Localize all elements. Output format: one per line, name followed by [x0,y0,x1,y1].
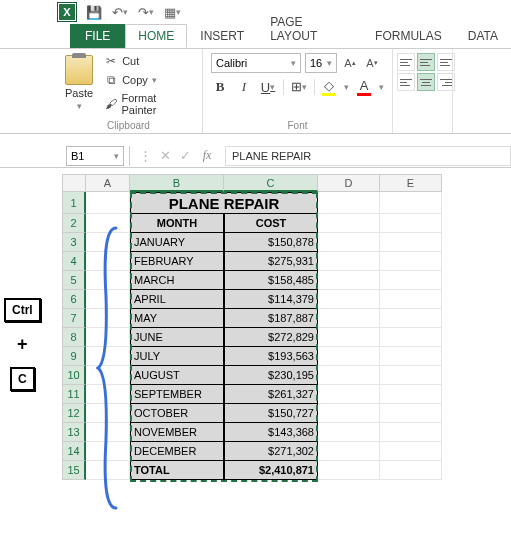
cell-total-value[interactable]: $2,410,871 [224,461,318,480]
row-header[interactable]: 1 [62,192,86,214]
col-header-a[interactable]: A [86,174,130,192]
row-header[interactable]: 5 [62,271,86,290]
cell[interactable] [318,404,380,423]
cell-month[interactable]: DECEMBER [130,442,224,461]
cell[interactable] [318,290,380,309]
cell[interactable] [318,347,380,366]
cell[interactable] [318,385,380,404]
save-icon[interactable]: 💾 [85,3,103,21]
tab-data[interactable]: DATA [455,24,511,48]
cell[interactable] [380,192,442,214]
cell-cost[interactable]: $143,368 [224,423,318,442]
cell[interactable] [318,214,380,233]
formula-dots-icon[interactable]: ⋮ [135,146,155,166]
cell[interactable] [380,385,442,404]
format-painter-button[interactable]: 🖌Format Painter [101,91,194,117]
row-header[interactable]: 8 [62,328,86,347]
paste-button[interactable]: Paste ▾ [63,53,95,117]
header-cost[interactable]: COST [224,214,318,233]
cancel-formula-button[interactable]: ✕ [155,146,175,166]
cell[interactable] [380,461,442,480]
cell-total-label[interactable]: TOTAL [130,461,224,480]
cell[interactable] [318,328,380,347]
cell-cost[interactable]: $150,878 [224,233,318,252]
col-header-b[interactable]: B [130,174,224,192]
row-header[interactable]: 4 [62,252,86,271]
cell-month[interactable]: MARCH [130,271,224,290]
cell[interactable] [318,192,380,214]
cell[interactable] [318,252,380,271]
cell[interactable] [380,328,442,347]
bold-button[interactable]: B [211,77,229,97]
row-header[interactable]: 9 [62,347,86,366]
redo-icon[interactable]: ↷ ▾ [137,3,155,21]
cell-cost[interactable]: $275,931 [224,252,318,271]
cell[interactable] [318,233,380,252]
cell[interactable] [380,423,442,442]
enter-formula-button[interactable]: ✓ [175,146,195,166]
cell[interactable] [380,442,442,461]
tab-formulas[interactable]: FORMULAS [362,24,455,48]
undo-icon[interactable]: ↶ ▾ [111,3,129,21]
copy-button[interactable]: ⧉Copy ▾ [101,72,194,88]
cell-cost[interactable]: $271,302 [224,442,318,461]
tab-insert[interactable]: INSERT [187,24,257,48]
align-top-button[interactable] [397,53,415,71]
col-header-c[interactable]: C [224,174,318,192]
font-size-dropdown[interactable]: 16▾ [305,53,337,73]
cell-month[interactable]: JULY [130,347,224,366]
align-center-button[interactable] [417,73,435,91]
cell[interactable] [318,423,380,442]
cell[interactable] [380,271,442,290]
row-header[interactable]: 7 [62,309,86,328]
align-middle-button[interactable] [417,53,435,71]
tab-file[interactable]: FILE [70,24,125,48]
cut-button[interactable]: ✂Cut [101,53,194,69]
row-header[interactable]: 12 [62,404,86,423]
row-header[interactable]: 13 [62,423,86,442]
row-header[interactable]: 2 [62,214,86,233]
tab-home[interactable]: HOME [125,24,187,48]
cell-cost[interactable]: $261,327 [224,385,318,404]
cell[interactable] [380,404,442,423]
increase-font-button[interactable]: A▴ [341,54,359,72]
font-name-dropdown[interactable]: Calibri▾ [211,53,301,73]
align-right-button[interactable] [437,73,455,91]
cell[interactable] [380,214,442,233]
align-bottom-button[interactable] [437,53,455,71]
borders-button[interactable]: ⊞ ▾ [290,77,308,97]
cell[interactable] [380,366,442,385]
cell-month[interactable]: FEBRUARY [130,252,224,271]
cell[interactable] [318,461,380,480]
row-header[interactable]: 15 [62,461,86,480]
col-header-e[interactable]: E [380,174,442,192]
cell-month[interactable]: JANUARY [130,233,224,252]
cell-cost[interactable]: $114,379 [224,290,318,309]
row-header[interactable]: 3 [62,233,86,252]
cell-cost[interactable]: $150,727 [224,404,318,423]
cell[interactable] [318,366,380,385]
cell[interactable] [380,309,442,328]
cell[interactable] [380,290,442,309]
name-box[interactable]: B1▾ [66,146,124,166]
formula-input[interactable]: PLANE REPAIR [225,146,511,166]
row-header[interactable]: 10 [62,366,86,385]
row-header[interactable]: 6 [62,290,86,309]
cell-month[interactable]: SEPTEMBER [130,385,224,404]
italic-button[interactable]: I [235,77,253,97]
cell[interactable] [318,442,380,461]
cell-month[interactable]: JUNE [130,328,224,347]
cell[interactable] [380,252,442,271]
align-left-button[interactable] [397,73,415,91]
cell-cost[interactable]: $272,829 [224,328,318,347]
cell-month[interactable]: APRIL [130,290,224,309]
fill-color-button[interactable]: ◇ [320,77,338,97]
cell-cost[interactable]: $230,195 [224,366,318,385]
cell[interactable] [318,309,380,328]
cell-cost[interactable]: $158,485 [224,271,318,290]
underline-button[interactable]: U ▾ [259,77,277,97]
customize-icon[interactable]: ▦▾ [163,3,181,21]
cell[interactable] [318,271,380,290]
cell[interactable] [380,347,442,366]
font-color-button[interactable]: A [355,77,373,97]
